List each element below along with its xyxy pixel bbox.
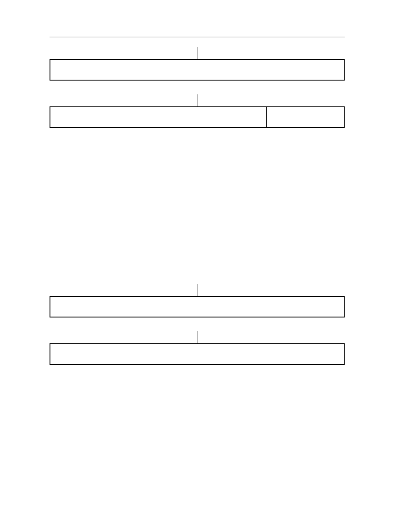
diagram-block-1 xyxy=(50,59,345,81)
diagram-box-left xyxy=(50,106,267,128)
page-container xyxy=(50,37,345,391)
diagram-box xyxy=(50,296,345,317)
diagram-box xyxy=(50,343,345,365)
connector-line xyxy=(197,94,198,106)
diagram-block-4 xyxy=(50,343,345,365)
diagram-split-row xyxy=(50,106,345,128)
diagram-block-3 xyxy=(50,296,345,317)
connector-line xyxy=(197,47,198,59)
connector-line xyxy=(197,331,198,343)
connector-line xyxy=(197,284,198,296)
diagram-block-2 xyxy=(50,106,345,128)
diagram-box xyxy=(50,59,345,81)
diagram-box-right xyxy=(267,106,345,128)
header-divider xyxy=(50,37,345,37)
spacer xyxy=(50,154,345,283)
